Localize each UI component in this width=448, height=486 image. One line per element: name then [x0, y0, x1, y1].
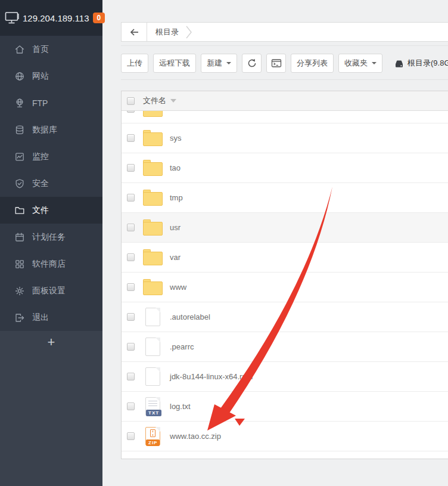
- file-type-icon: [143, 307, 163, 327]
- table-row[interactable]: [122, 111, 448, 123]
- table-row[interactable]: var: [122, 243, 448, 273]
- file-name[interactable]: usr: [170, 223, 181, 232]
- file-name[interactable]: jdk-8u144-linux-x64.rpm: [170, 372, 253, 381]
- folder-icon: [143, 190, 163, 206]
- row-checkbox[interactable]: [127, 194, 135, 202]
- upload-button[interactable]: 上传: [121, 54, 148, 73]
- sidebar-item-监控[interactable]: 监控: [0, 143, 102, 170]
- row-checkbox[interactable]: [127, 403, 135, 410]
- sidebar-item-FTP[interactable]: FTP: [0, 89, 102, 116]
- file-type-icon: [143, 218, 163, 237]
- row-checkbox[interactable]: [127, 313, 135, 321]
- sidebar-item-网站[interactable]: 网站: [0, 63, 102, 89]
- remote-download-button[interactable]: 远程下载: [153, 54, 196, 73]
- server-monitor-icon: [5, 11, 19, 24]
- row-checkbox[interactable]: [127, 432, 135, 440]
- sidebar-item-label: 文件: [32, 205, 49, 216]
- file-icon: [145, 367, 160, 386]
- new-button-label: 新建: [207, 58, 222, 69]
- share-list-button-label: 分享列表: [297, 58, 328, 69]
- share-list-button[interactable]: 分享列表: [291, 54, 334, 73]
- file-name[interactable]: log.txt: [170, 402, 191, 411]
- sidebar-item-数据库[interactable]: 数据库: [0, 116, 102, 143]
- row-checkbox[interactable]: [127, 164, 135, 172]
- file-name[interactable]: tmp: [170, 193, 183, 202]
- file-name[interactable]: .autorelabel: [170, 312, 210, 321]
- folder-icon: [143, 160, 163, 176]
- sidebar-item-软件商店[interactable]: 软件商店: [0, 250, 102, 277]
- server-ip[interactable]: 129.204.189.113: [23, 13, 89, 23]
- file-name[interactable]: www: [170, 283, 186, 292]
- sidebar-item-首页[interactable]: 首页: [0, 36, 102, 63]
- refresh-button[interactable]: [242, 54, 262, 73]
- sidebar-item-计划任务[interactable]: 计划任务: [0, 224, 102, 250]
- zip-file-icon: ZIP: [145, 427, 160, 445]
- folder-icon: [143, 219, 163, 236]
- zip-badge: ZIP: [146, 439, 160, 446]
- sidebar-item-label: 计划任务: [32, 232, 66, 243]
- favorites-dropdown-button[interactable]: 收藏夹: [338, 54, 382, 73]
- table-row[interactable]: TXT log.txt: [122, 392, 448, 422]
- file-table-header: 文件名: [122, 91, 448, 111]
- root-disk-label: 根目录(9.8G): [407, 58, 448, 69]
- file-type-icon: [143, 158, 163, 178]
- table-row[interactable]: tmp: [122, 183, 448, 213]
- main-area: 根目录 上传 远程下载 新建: [102, 0, 448, 486]
- breadcrumb: 根目录: [121, 22, 448, 42]
- breadcrumb-chevron-icon: [186, 25, 192, 39]
- terminal-button[interactable]: [266, 54, 286, 73]
- table-row[interactable]: usr: [122, 213, 448, 243]
- sidebar-item-label: 软件商店: [32, 259, 66, 270]
- table-row[interactable]: .pearrc: [122, 332, 448, 362]
- folder-icon: [143, 111, 163, 117]
- row-checkbox[interactable]: [127, 134, 135, 142]
- table-row[interactable]: tao: [122, 153, 448, 183]
- row-checkbox[interactable]: [127, 343, 135, 351]
- sidebar-item-label: 数据库: [32, 125, 57, 135]
- table-row[interactable]: .autorelabel: [122, 302, 448, 332]
- row-checkbox[interactable]: [127, 224, 135, 231]
- txt-badge: TXT: [146, 410, 161, 416]
- row-checkbox[interactable]: [127, 111, 135, 113]
- file-name[interactable]: www.tao.cc.zip: [170, 432, 221, 441]
- table-row[interactable]: ZIP www.tao.cc.zip: [122, 422, 448, 451]
- file-icon: [145, 308, 160, 326]
- table-row[interactable]: jdk-8u144-linux-x64.rpm: [122, 362, 448, 392]
- sidebar-bottom-panel: +: [0, 331, 102, 486]
- back-button[interactable]: [122, 23, 147, 41]
- new-dropdown-button[interactable]: 新建: [201, 54, 237, 73]
- settings-icon: [14, 286, 25, 296]
- row-checkbox[interactable]: [127, 253, 135, 261]
- file-name[interactable]: sys: [170, 134, 182, 143]
- file-type-icon: [143, 277, 163, 297]
- file-name[interactable]: var: [170, 253, 181, 262]
- sidebar-item-安全[interactable]: 安全: [0, 170, 102, 197]
- sidebar-item-文件[interactable]: 文件: [0, 197, 102, 224]
- hard-disk-icon: [394, 59, 404, 68]
- message-count-badge[interactable]: 0: [93, 13, 105, 23]
- table-row[interactable]: www: [122, 273, 448, 302]
- sidebar-item-label: 安全: [32, 178, 49, 189]
- row-checkbox[interactable]: [127, 283, 135, 291]
- table-row[interactable]: sys: [122, 123, 448, 153]
- upload-button-label: 上传: [127, 58, 142, 69]
- file-type-icon: [143, 247, 163, 267]
- sidebar-item-退出[interactable]: 退出: [0, 304, 102, 331]
- sidebar-item-面板设置[interactable]: 面板设置: [0, 277, 102, 304]
- sidebar-item-label: 首页: [32, 44, 49, 55]
- file-table: 文件名 sys tao tmp usr var ww: [121, 91, 448, 459]
- breadcrumb-root-dir[interactable]: 根目录: [155, 27, 179, 38]
- root-disk-info[interactable]: 根目录(9.8G): [394, 58, 448, 69]
- sidebar-add-button[interactable]: +: [48, 335, 55, 349]
- files-icon: [14, 205, 25, 216]
- row-checkbox[interactable]: [127, 373, 135, 380]
- table-row-partial[interactable]: [122, 111, 448, 123]
- select-all-checkbox[interactable]: [127, 97, 135, 105]
- filename-column-header[interactable]: 文件名: [143, 95, 176, 106]
- chevron-down-icon: [226, 62, 231, 64]
- sidebar-header: 129.204.189.113 0: [0, 0, 102, 36]
- sidebar-menu: 首页网站FTP数据库监控安全文件计划任务软件商店面板设置退出: [0, 36, 102, 331]
- page: 129.204.189.113 0 首页网站FTP数据库监控安全文件计划任务软件…: [0, 0, 448, 486]
- file-name[interactable]: .pearrc: [170, 342, 194, 351]
- file-name[interactable]: tao: [170, 163, 181, 172]
